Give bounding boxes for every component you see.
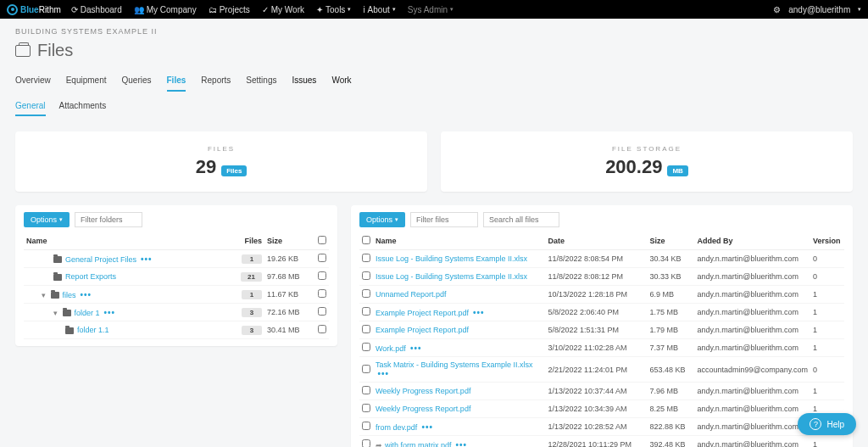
- file-row[interactable]: Example Project Report.pdf •••5/8/2022 2…: [359, 304, 844, 321]
- file-added-by: andy.n.martin@bluerithm.com: [694, 250, 810, 268]
- file-checkbox[interactable]: [362, 254, 370, 262]
- folders-select-all[interactable]: [318, 236, 326, 244]
- file-checkbox[interactable]: [362, 365, 370, 373]
- folder-row[interactable]: folder 1.1330.41 MB: [24, 321, 329, 339]
- file-checkbox[interactable]: [362, 271, 370, 280]
- folder-row[interactable]: General Project Files •••119.26 KB: [24, 250, 329, 268]
- col-name[interactable]: Name: [373, 232, 545, 250]
- card-storage: FILE STORAGE 200.29MB: [441, 131, 853, 192]
- folder-actions[interactable]: •••: [104, 308, 116, 317]
- tab-files[interactable]: Files: [167, 75, 186, 92]
- file-actions[interactable]: •••: [421, 422, 433, 432]
- col-version[interactable]: Version: [810, 232, 844, 250]
- folder-name[interactable]: Report Exports: [65, 272, 116, 281]
- file-row[interactable]: ➦with form matrix.pdf •••12/28/2021 10:1…: [359, 436, 844, 448]
- tab-settings[interactable]: Settings: [246, 75, 276, 92]
- help-button[interactable]: ? Help: [798, 413, 856, 435]
- folder-name[interactable]: folder 1.1: [77, 326, 109, 334]
- file-checkbox[interactable]: [362, 325, 370, 333]
- nav-sysadmin[interactable]: Sys Admin▾: [408, 5, 453, 14]
- file-size: 1.75 MB: [647, 304, 694, 321]
- file-name[interactable]: Weekly Progress Report.pdf: [376, 387, 470, 395]
- file-name[interactable]: with form matrix.pdf: [385, 441, 452, 448]
- file-checkbox[interactable]: [362, 422, 370, 430]
- file-actions[interactable]: •••: [378, 369, 390, 378]
- chevron-down-icon: ▾: [858, 6, 861, 13]
- file-row[interactable]: Weekly Progress Report.pdf1/13/2022 10:3…: [359, 400, 844, 418]
- nav-dashboard[interactable]: ⟳Dashboard: [71, 5, 122, 14]
- files-select-all[interactable]: [362, 236, 370, 244]
- file-actions[interactable]: •••: [456, 440, 468, 448]
- folder-name[interactable]: files: [63, 291, 76, 299]
- folder-actions[interactable]: •••: [81, 290, 92, 299]
- file-actions[interactable]: •••: [410, 344, 422, 353]
- file-checkbox[interactable]: [362, 404, 370, 412]
- folder-checkbox[interactable]: [318, 254, 326, 262]
- folder-actions[interactable]: •••: [141, 254, 153, 264]
- folder-row[interactable]: ▾ files •••111.67 KB: [24, 286, 329, 304]
- file-row[interactable]: Task Matrix - Building Systems Example I…: [359, 357, 844, 383]
- col-date[interactable]: Date: [545, 232, 647, 250]
- file-name[interactable]: Issue Log - Building Systems Example II.…: [376, 254, 527, 263]
- files-options-button[interactable]: Options▾: [359, 212, 405, 227]
- file-name[interactable]: Task Matrix - Building Systems Example I…: [376, 360, 533, 369]
- expand-toggle[interactable]: ▾: [42, 291, 48, 299]
- file-checkbox[interactable]: [362, 386, 370, 394]
- brand-logo[interactable]: BlueRithm: [7, 4, 61, 15]
- file-checkbox[interactable]: [362, 289, 370, 298]
- file-row[interactable]: from dev.pdf •••1/13/2022 10:28:52 AM822…: [359, 418, 844, 436]
- file-name[interactable]: Work.pdf: [376, 344, 406, 353]
- col-size[interactable]: Size: [647, 232, 694, 250]
- col-added[interactable]: Added By: [694, 232, 810, 250]
- folders-filter-input[interactable]: [75, 212, 142, 227]
- folder-checkbox[interactable]: [318, 307, 326, 316]
- nav-tools[interactable]: ✦Tools▾: [316, 5, 351, 14]
- file-row[interactable]: Example Project Report.pdf5/8/2022 1:51:…: [359, 321, 844, 339]
- file-checkbox[interactable]: [362, 307, 370, 316]
- expand-toggle[interactable]: ▾: [53, 309, 60, 317]
- col-size[interactable]: Size: [264, 232, 315, 250]
- pill-files: Files: [221, 165, 247, 176]
- nav-mywork[interactable]: ✓My Work: [262, 5, 304, 14]
- file-name[interactable]: Issue Log - Building Systems Example II.…: [376, 272, 527, 281]
- file-name[interactable]: Example Project Report.pdf: [376, 309, 469, 317]
- file-row[interactable]: Unnamed Report.pdf10/13/2022 1:28:18 PM6…: [359, 286, 844, 304]
- folder-name[interactable]: folder 1: [75, 309, 100, 317]
- col-files[interactable]: Files: [227, 232, 264, 250]
- file-added-by: andy.n.martin@bluerithm.com: [694, 321, 810, 339]
- folders-options-button[interactable]: Options▾: [24, 212, 70, 227]
- file-row[interactable]: Issue Log - Building Systems Example II.…: [359, 268, 844, 286]
- file-row[interactable]: Work.pdf •••3/10/2022 11:02:28 AM7.37 MB…: [359, 339, 844, 357]
- nav-user-menu[interactable]: ⚙ andy@bluerithm ▾: [773, 5, 861, 14]
- file-name[interactable]: Example Project Report.pdf: [376, 326, 469, 334]
- tab-reports[interactable]: Reports: [201, 75, 231, 92]
- tab-issues[interactable]: Issues: [292, 75, 316, 92]
- tab-overview[interactable]: Overview: [15, 75, 51, 92]
- subtab-general[interactable]: General: [15, 101, 46, 116]
- folder-name[interactable]: General Project Files: [65, 255, 136, 264]
- subtab-attachments[interactable]: Attachments: [59, 101, 107, 116]
- file-date: 11/8/2022 8:08:54 PM: [545, 250, 647, 268]
- nav-about[interactable]: iAbout▾: [363, 5, 395, 14]
- file-checkbox[interactable]: [362, 343, 370, 351]
- files-search-input[interactable]: [483, 212, 559, 227]
- file-checkbox[interactable]: [362, 439, 370, 447]
- folder-row[interactable]: Report Exports2197.68 MB: [24, 268, 329, 286]
- file-row[interactable]: Issue Log - Building Systems Example II.…: [359, 250, 844, 268]
- folder-checkbox[interactable]: [318, 289, 326, 298]
- nav-projects[interactable]: 🗂Projects: [209, 5, 250, 14]
- files-filter-input[interactable]: [410, 212, 478, 227]
- tab-work[interactable]: Work: [331, 75, 351, 92]
- file-name[interactable]: from dev.pdf: [376, 423, 417, 432]
- tab-equipment[interactable]: Equipment: [66, 75, 107, 92]
- tab-queries[interactable]: Queries: [122, 75, 152, 92]
- folder-checkbox[interactable]: [318, 271, 326, 280]
- col-name[interactable]: Name: [24, 232, 227, 250]
- file-name[interactable]: Weekly Progress Report.pdf: [376, 405, 470, 413]
- file-row[interactable]: Weekly Progress Report.pdf1/13/2022 10:3…: [359, 383, 844, 400]
- nav-mycompany[interactable]: 👥My Company: [134, 5, 197, 14]
- folder-row[interactable]: ▾ folder 1 •••372.16 MB: [24, 304, 329, 321]
- file-actions[interactable]: •••: [473, 308, 485, 317]
- folder-checkbox[interactable]: [318, 325, 326, 333]
- file-name[interactable]: Unnamed Report.pdf: [376, 290, 447, 299]
